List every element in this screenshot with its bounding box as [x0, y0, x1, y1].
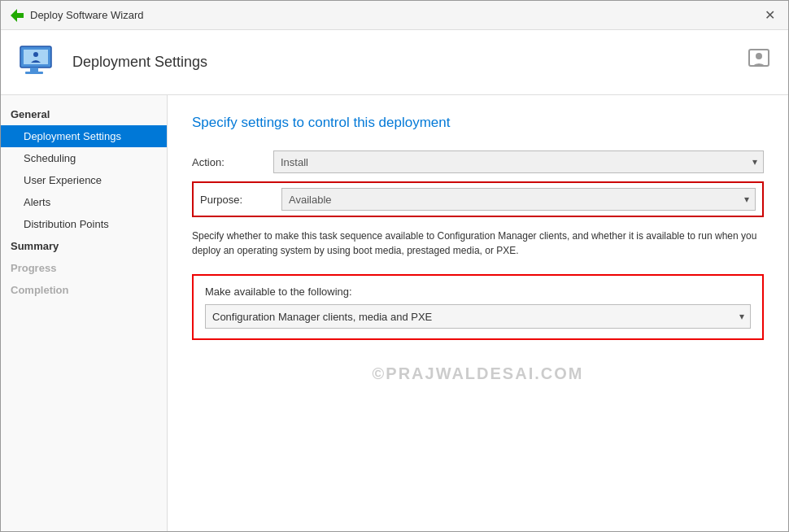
main-content: General Deployment Settings Scheduling U… — [1, 95, 788, 531]
sidebar-item-scheduling[interactable]: Scheduling — [1, 147, 167, 169]
header-bar: Deployment Settings — [1, 30, 788, 95]
svg-point-5 — [33, 52, 38, 57]
action-row: Action: Install Uninstall — [192, 150, 764, 173]
content-panel: Specify settings to control this deploym… — [168, 95, 788, 531]
purpose-row-highlighted: Purpose: Available Required — [192, 181, 764, 217]
svg-rect-4 — [25, 72, 43, 74]
sidebar-item-summary[interactable]: Summary — [1, 235, 167, 257]
window-title: Deploy Software Wizard — [30, 9, 143, 21]
close-button[interactable]: ✕ — [760, 7, 780, 24]
purpose-select[interactable]: Available Required — [281, 188, 756, 211]
watermark: ©PRAJWALDESAI.COM — [192, 364, 764, 383]
action-select[interactable]: Install Uninstall — [273, 150, 764, 173]
sidebar-item-user-experience[interactable]: User Experience — [1, 169, 167, 191]
sidebar-item-deployment-settings[interactable]: Deployment Settings — [1, 125, 167, 147]
svg-marker-0 — [11, 9, 24, 22]
action-select-wrapper[interactable]: Install Uninstall — [273, 150, 764, 173]
make-available-section: Make available to the following: Configu… — [192, 274, 764, 340]
header-left: Deployment Settings — [17, 41, 207, 84]
make-available-select[interactable]: Configuration Manager clients Configurat… — [205, 304, 751, 329]
header-title: Deployment Settings — [72, 54, 207, 71]
deploy-software-wizard-window: Deploy Software Wizard ✕ Deployment Sett… — [0, 0, 789, 532]
purpose-select-wrapper[interactable]: Available Required — [281, 188, 756, 211]
title-bar: Deploy Software Wizard ✕ — [1, 1, 788, 30]
content-heading: Specify settings to control this deploym… — [192, 115, 764, 131]
make-available-label: Make available to the following: — [205, 286, 751, 298]
svg-point-7 — [756, 53, 762, 59]
sidebar-item-progress: Progress — [1, 257, 167, 279]
deployment-settings-icon — [17, 41, 59, 84]
description-text: Specify whether to make this task sequen… — [192, 229, 764, 258]
sidebar-item-distribution-points[interactable]: Distribution Points — [1, 213, 167, 235]
make-available-select-wrapper[interactable]: Configuration Manager clients Configurat… — [205, 304, 751, 329]
action-label: Action: — [192, 156, 265, 168]
purpose-label: Purpose: — [200, 194, 273, 206]
sidebar-item-alerts[interactable]: Alerts — [1, 191, 167, 213]
user-account-icon — [746, 46, 772, 78]
sidebar-item-completion: Completion — [1, 279, 167, 301]
title-bar-left: Deploy Software Wizard — [9, 7, 143, 24]
app-icon — [9, 7, 25, 24]
sidebar: General Deployment Settings Scheduling U… — [1, 95, 168, 531]
sidebar-item-general[interactable]: General — [1, 103, 167, 125]
svg-rect-3 — [30, 68, 38, 72]
